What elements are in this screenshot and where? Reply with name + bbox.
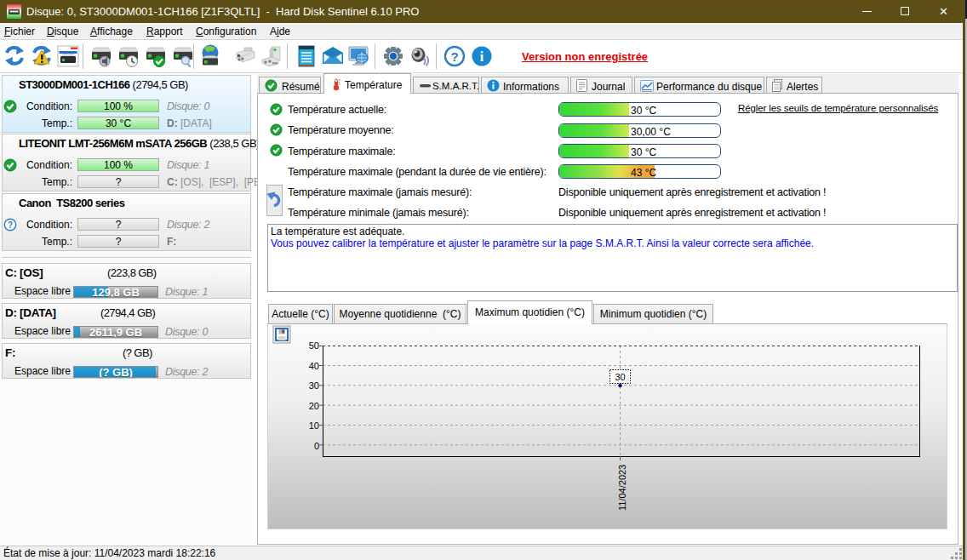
svg-text:?: ?	[450, 49, 458, 64]
svg-text:40: 40	[309, 361, 319, 371]
svg-text:20: 20	[309, 401, 319, 411]
svg-text:10: 10	[309, 420, 319, 431]
svg-text:i: i	[480, 49, 484, 64]
svg-text:0: 0	[314, 441, 319, 451]
svg-text:30: 30	[615, 372, 625, 382]
svg-text:30: 30	[309, 380, 319, 391]
svg-text:11/04/2023: 11/04/2023	[617, 465, 627, 511]
svg-text:50: 50	[309, 340, 319, 351]
